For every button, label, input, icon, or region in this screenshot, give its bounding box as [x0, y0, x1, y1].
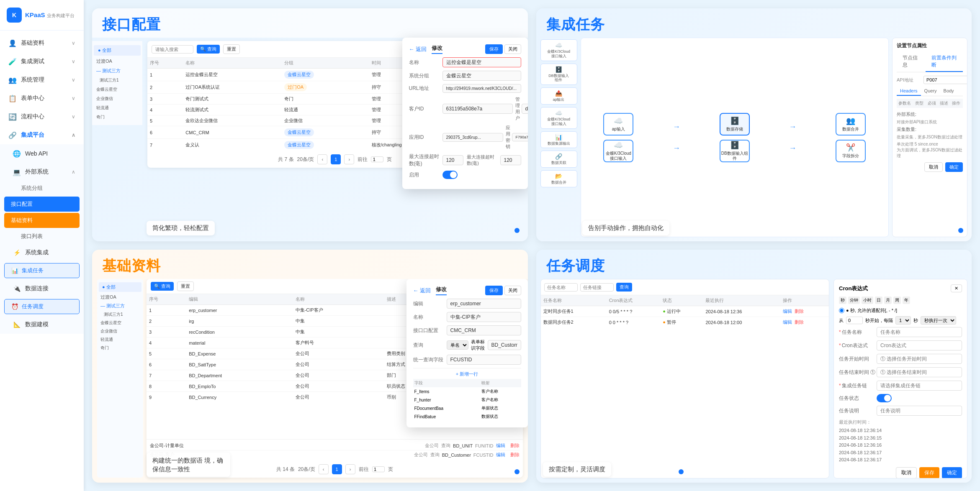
cron-tab-year[interactable]: 年: [903, 297, 910, 304]
node-data-merge[interactable]: 📂 数据合并: [540, 170, 577, 187]
node-jindie-cloud[interactable]: ☁️ 金蝶K/3Cloud接口输入: [540, 39, 577, 61]
sidebar-item-liucheng[interactable]: 🔄 流程中心 ∨: [0, 107, 84, 126]
filter-oa-basic[interactable]: 过渡OA: [97, 293, 143, 302]
reset-btn[interactable]: 重置: [223, 44, 240, 54]
submenu-webapi[interactable]: 🌐 Web API: [0, 144, 84, 163]
page-prev-basic[interactable]: ‹: [319, 464, 329, 474]
cron-start-input[interactable]: [877, 354, 962, 364]
submenu-jiekouliebiao[interactable]: 接口列表: [0, 229, 84, 243]
filter-test3[interactable]: — 测试三方: [92, 66, 142, 76]
api-url-input[interactable]: [923, 76, 967, 84]
cron-tab-week[interactable]: 周: [893, 297, 901, 304]
search-btn-basic[interactable]: 🔍 查询: [151, 282, 174, 291]
bottom-edit-2[interactable]: 编辑: [496, 452, 505, 458]
dialog-close-btn-basic[interactable]: 关闭: [504, 286, 521, 295]
config-cancel-btn[interactable]: 取消: [924, 162, 943, 172]
field-appid[interactable]: [442, 133, 503, 142]
page-prev[interactable]: ‹: [317, 154, 327, 164]
field-group[interactable]: [442, 71, 521, 81]
reset-btn-basic[interactable]: 重置: [177, 281, 194, 291]
field-clientid[interactable]: [442, 104, 513, 114]
submenu-jichuziliao-sub[interactable]: 基础资料: [4, 213, 80, 228]
diag-data-merge-center[interactable]: 👥 数据合并: [836, 113, 866, 136]
field-name-basic[interactable]: [447, 312, 521, 322]
cron-chain-input[interactable]: [877, 381, 962, 391]
submenu-jichengrenwu[interactable]: 📊 集成任务: [4, 263, 80, 278]
diag-jindie-cloud-input[interactable]: ☁️ 金蝶K/3Cloud接口输入: [603, 140, 633, 162]
cron-confirm-btn[interactable]: 确定: [942, 467, 962, 478]
field-interface[interactable]: [447, 325, 521, 335]
dialog-back-btn-basic[interactable]: ← 返回: [413, 287, 431, 294]
cron-tab-second[interactable]: 秒: [839, 297, 846, 304]
submenu-renwudiaoidu[interactable]: ⏰ 任务调度: [4, 299, 80, 314]
page-next-basic[interactable]: ›: [345, 464, 355, 474]
diag-field-split[interactable]: ✂️ 字段拆分: [836, 140, 866, 162]
sidebar-item-jichengpingtai[interactable]: 🔗 集成平台 ∧: [0, 126, 84, 144]
sidebar-item-biaodan[interactable]: 📋 表单中心 ∨: [0, 89, 84, 107]
config-confirm-btn[interactable]: 确定: [945, 162, 963, 172]
page-1-basic[interactable]: 1: [332, 464, 342, 474]
filter-qimen-basic[interactable]: 奇门: [97, 344, 143, 352]
field-name[interactable]: [442, 57, 521, 67]
field-timeout1[interactable]: [442, 155, 463, 165]
page-1[interactable]: 1: [331, 154, 341, 164]
filter-qingliutong-basic[interactable]: 轻流通: [97, 335, 143, 344]
page-goto-input[interactable]: [371, 156, 383, 162]
node-jindie-cloud2[interactable]: ☁️ 金蝶K/3Cloud接口输入: [540, 107, 577, 129]
filter-qiwei[interactable]: 企业微信: [92, 94, 142, 103]
cron-tab-day[interactable]: 日: [875, 297, 882, 304]
cron-name-input[interactable]: [877, 327, 962, 337]
sidebar-item-xitongguanli[interactable]: 👥 系统管理 ∨: [0, 71, 84, 89]
task-status-toggle[interactable]: [877, 394, 892, 402]
bottom-del-1[interactable]: 删除: [510, 442, 520, 449]
filter-jindie[interactable]: 金蝶云星空: [92, 85, 142, 94]
node-data-link[interactable]: 🔗 数据关联: [540, 151, 577, 168]
filter-test3-1-basic[interactable]: 测试三方1: [97, 310, 143, 319]
add-field-btn[interactable]: + 新增一行: [413, 371, 521, 377]
diag-db-input-2[interactable]: 🗄️ DB数据输入组件: [720, 140, 750, 162]
submenu-shujujianmo[interactable]: 📐 数据建模: [0, 315, 84, 334]
filter-all-basic[interactable]: ● 全部: [99, 282, 141, 292]
filter-jindie-basic[interactable]: 金蝶云星空: [97, 319, 143, 327]
bottom-edit-1[interactable]: 编辑: [496, 442, 505, 449]
cron-end-input[interactable]: [877, 367, 962, 377]
page-next[interactable]: ›: [344, 154, 354, 164]
filter-qiwei-basic[interactable]: 企业微信: [97, 327, 143, 335]
node-datasource-out[interactable]: 📊 数据集源输出: [540, 131, 577, 148]
field-appkey[interactable]: [512, 133, 528, 141]
http-tab-body[interactable]: Body: [940, 87, 957, 96]
sidebar-item-jichuziliao[interactable]: 👤 基础资料 ∨: [0, 34, 84, 52]
radio-every-second[interactable]: [839, 308, 844, 313]
search-btn[interactable]: 🔍 查询: [197, 45, 220, 54]
field-url[interactable]: [442, 84, 521, 93]
field-timeout2[interactable]: [500, 155, 521, 165]
cron-cancel-btn[interactable]: 取消: [896, 467, 917, 478]
task-chain-input[interactable]: [580, 283, 614, 292]
dialog-save-btn[interactable]: 保存: [485, 44, 503, 54]
tab-condition[interactable]: 前置条件判断: [926, 52, 963, 72]
dialog-save-btn-basic[interactable]: 保存: [485, 286, 503, 295]
page-goto-basic[interactable]: [372, 466, 385, 472]
submenu-jiekoupeizhii[interactable]: 接口配置: [4, 197, 80, 212]
tab-node-info[interactable]: 节点信息: [897, 52, 926, 72]
dialog-close-btn[interactable]: 关闭: [504, 44, 521, 54]
filter-qimen[interactable]: 奇门: [92, 113, 142, 122]
submenu-xitongfenzu[interactable]: 系统分组: [0, 181, 84, 195]
diag-data-storage[interactable]: 🗄️ 数据存储: [720, 113, 750, 136]
filter-qingliutong[interactable]: 轻流通: [92, 103, 142, 113]
task-search-input[interactable]: [544, 283, 578, 292]
cron-interval-select[interactable]: 1: [895, 316, 911, 325]
task-edit[interactable]: 编辑: [783, 320, 792, 325]
filter-all[interactable]: ● 全部: [94, 45, 141, 56]
node-db-input[interactable]: 🗄️ DB数据输入组件: [540, 64, 577, 85]
cron-expr-input[interactable]: [877, 340, 962, 350]
http-tab-query[interactable]: Query: [921, 87, 940, 96]
cron-tab-minute[interactable]: 分钟: [848, 297, 860, 304]
cron-tab-hour[interactable]: 小时: [862, 297, 873, 304]
filter-test3-1[interactable]: 测试三方1: [92, 76, 142, 85]
cron-unit-select[interactable]: 秒执行一次: [921, 316, 956, 325]
field-form-id[interactable]: [488, 340, 521, 350]
task-query-btn[interactable]: 查询: [616, 283, 632, 292]
http-tab-headers[interactable]: Headers: [897, 87, 921, 96]
filter-oa[interactable]: 过渡OA: [92, 56, 142, 66]
